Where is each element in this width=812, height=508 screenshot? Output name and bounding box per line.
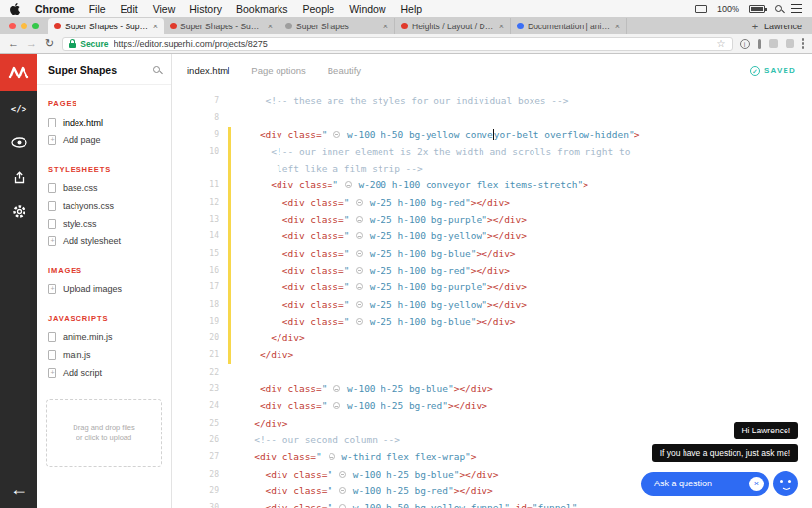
code-line[interactable]: 21 </div> (172, 346, 812, 363)
code-line[interactable]: 9 <div class=" w-100 h-50 bg-yellow conv… (172, 127, 812, 143)
code-line[interactable]: 16 <div class=" w-25 h-100 bg-red"></div… (172, 262, 812, 279)
tab-close-icon[interactable]: × (153, 22, 158, 31)
class-collapse-icon[interactable] (329, 453, 335, 460)
code-line[interactable]: 18 <div class=" w-25 h-100 bg-yellow"></… (172, 296, 812, 313)
settings-button[interactable] (0, 194, 37, 229)
class-collapse-icon[interactable] (356, 318, 363, 325)
search-icon[interactable] (153, 66, 160, 73)
class-collapse-icon[interactable] (339, 504, 346, 508)
extension-icon[interactable] (758, 39, 761, 49)
browser-tab[interactable]: Super Shapes× (279, 18, 395, 34)
class-collapse-icon[interactable] (345, 181, 352, 188)
secure-label[interactable]: Secure (80, 39, 108, 49)
code-line[interactable]: 24 <div class=" w-100 h-25 bg-red"></div… (172, 397, 812, 414)
chat-smiley-button[interactable] (773, 471, 798, 496)
code-line[interactable]: 12 <div class=" w-25 h-100 bg-red"></div… (172, 194, 812, 211)
url-text[interactable]: https://editor.superhi.com/projects/8275 (114, 39, 268, 49)
class-collapse-icon[interactable] (333, 402, 340, 409)
back-button[interactable]: ← (8, 38, 19, 49)
code-line[interactable]: 20 </div> (172, 330, 812, 346)
browser-tab[interactable]: Documentation | anime.js× (511, 18, 627, 34)
code-line[interactable]: 17 <div class=" w-25 h-100 bg-purple"></… (172, 279, 812, 295)
class-collapse-icon[interactable] (356, 250, 363, 257)
extension-icon[interactable] (769, 39, 778, 48)
display-icon[interactable] (695, 5, 707, 13)
menu-item-window[interactable]: Window (349, 3, 385, 15)
sidebar-add-item[interactable]: Add stylesheet (48, 232, 160, 250)
close-window-button[interactable] (9, 23, 16, 29)
secure-lock-icon[interactable] (69, 43, 76, 48)
browser-profile-name[interactable]: Lawrence (764, 22, 812, 34)
forward-button[interactable]: → (26, 38, 37, 49)
zoom-window-button[interactable] (32, 23, 39, 29)
editor-tab-filename[interactable]: index.html (187, 65, 229, 76)
class-collapse-icon[interactable] (356, 301, 363, 308)
browser-tab[interactable]: Super Shapes - SuperHi× (164, 18, 279, 34)
tab-close-icon[interactable]: × (383, 22, 388, 31)
code-line[interactable]: 23 <div class=" w-100 h-25 bg-blue"></di… (172, 381, 812, 397)
class-collapse-icon[interactable] (339, 471, 346, 478)
superhi-logo[interactable] (0, 54, 37, 91)
tab-close-icon[interactable]: × (615, 22, 620, 31)
browser-tab[interactable]: Super Shapes - SuperHi× (48, 18, 164, 34)
code-line[interactable]: left like a film strip --> (172, 160, 812, 177)
tab-close-icon[interactable]: × (499, 22, 504, 31)
minimize-window-button[interactable] (21, 23, 27, 29)
address-bar[interactable]: Secure https://editor.superhi.com/projec… (62, 37, 732, 51)
new-tab-button[interactable]: + (746, 21, 764, 34)
info-extension-icon[interactable]: i (740, 39, 750, 49)
code-line[interactable]: 22 (172, 364, 812, 381)
page-options-button[interactable]: Page options (251, 65, 305, 76)
sidebar-file-item[interactable]: anime.min.js (48, 329, 160, 346)
sidebar-add-item[interactable]: Add script (48, 364, 160, 381)
code-line[interactable]: 7 <!-- these are the styles for our indi… (172, 92, 812, 109)
class-collapse-icon[interactable] (333, 131, 340, 138)
dismiss-chat-icon[interactable]: × (749, 477, 764, 491)
apple-menu-icon[interactable] (10, 3, 21, 15)
preview-button[interactable] (0, 126, 37, 160)
code-line[interactable]: 10 <!-- our inner element is 2x the widt… (172, 143, 812, 160)
class-collapse-icon[interactable] (356, 216, 363, 223)
file-dropzone[interactable]: Drag and drop files or click to upload (46, 399, 162, 467)
spotlight-icon[interactable] (775, 5, 782, 12)
code-line[interactable]: 30 <div class=" w-100 h-50 bg-yellow fun… (172, 499, 812, 508)
code-line[interactable]: 8 (172, 109, 812, 126)
code-view-button[interactable]: </> (0, 91, 37, 126)
code-line[interactable]: 15 <div class=" w-25 h-100 bg-blue"></di… (172, 245, 812, 262)
class-collapse-icon[interactable] (356, 283, 363, 290)
sidebar-file-item[interactable]: tachyons.css (48, 197, 160, 215)
class-collapse-icon[interactable] (356, 232, 363, 239)
class-collapse-icon[interactable] (339, 487, 346, 494)
sidebar-add-item[interactable]: Upload images (48, 280, 160, 298)
code-line[interactable]: 19 <div class=" w-25 h-100 bg-blue"></di… (172, 313, 812, 330)
menu-item-help[interactable]: Help (401, 3, 423, 15)
chrome-menu-icon[interactable] (802, 38, 805, 49)
sidebar-file-item[interactable]: style.css (48, 215, 160, 232)
sidebar-file-item[interactable]: main.js (48, 346, 160, 364)
battery-icon[interactable] (749, 5, 765, 13)
code-line[interactable]: 13 <div class=" w-25 h-100 bg-purple"></… (172, 211, 812, 228)
class-collapse-icon[interactable] (356, 199, 363, 206)
reload-button[interactable]: ↻ (45, 38, 54, 49)
code-line[interactable]: 11 <div class=" w-200 h-100 conveyor fle… (172, 177, 812, 193)
sidebar-file-item[interactable]: base.css (48, 179, 160, 197)
back-navigation-arrow[interactable]: ← (0, 480, 37, 500)
extension-icon[interactable] (786, 39, 794, 48)
menu-item-chrome[interactable]: Chrome (35, 3, 75, 15)
menu-item-bookmarks[interactable]: Bookmarks (236, 3, 288, 15)
menu-item-edit[interactable]: Edit (121, 3, 138, 15)
notification-center-icon[interactable] (791, 4, 802, 13)
menu-item-people[interactable]: People (302, 3, 334, 15)
tab-close-icon[interactable]: × (268, 22, 273, 31)
code-line[interactable]: 14 <div class=" w-25 h-100 bg-yellow"></… (172, 228, 812, 244)
ask-question-input[interactable]: Ask a question × (641, 472, 769, 496)
menu-item-view[interactable]: View (153, 3, 176, 15)
browser-tab[interactable]: Heights / Layout / Docs / TAC× (395, 18, 511, 34)
sidebar-file-item[interactable]: index.html (48, 114, 160, 131)
share-button[interactable] (0, 160, 37, 194)
class-collapse-icon[interactable] (333, 385, 340, 392)
beautify-button[interactable]: Beautify (328, 65, 361, 76)
sidebar-add-item[interactable]: Add page (48, 131, 160, 149)
menu-item-history[interactable]: History (189, 3, 222, 15)
menu-item-file[interactable]: File (89, 3, 106, 15)
